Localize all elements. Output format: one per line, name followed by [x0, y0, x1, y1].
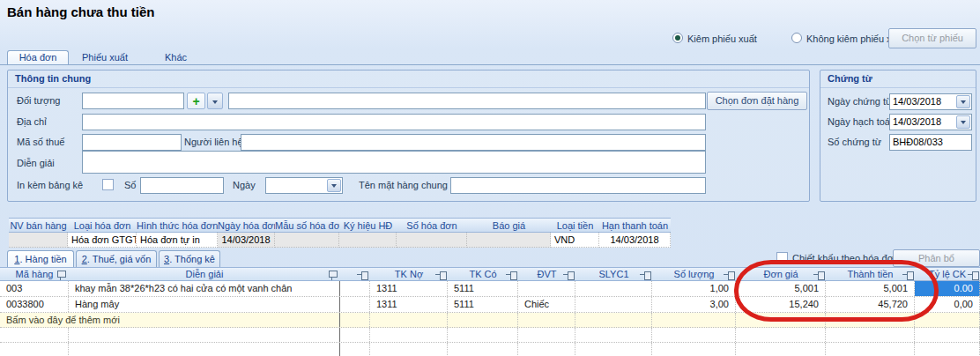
cell-ty-le-ck-selected[interactable]: 0.00 [915, 281, 980, 296]
cell-dien-giai[interactable]: khay mẫn 38*26*h23 có hai cửa có một van… [69, 281, 340, 296]
cell-tk-no[interactable]: 1311 [370, 297, 448, 312]
col-header-ma-hang[interactable]: Mã hàng [0, 268, 69, 280]
cell-empty [736, 343, 826, 356]
description-input[interactable] [82, 151, 706, 174]
band-cell-loai-hoa-don[interactable]: Hóa đơn GTGT [68, 233, 137, 248]
tab-thong-ke[interactable]: 3. Thống kê [159, 250, 220, 267]
pin-icon[interactable] [640, 271, 650, 279]
cell-tk-co[interactable]: 5111 [448, 297, 518, 312]
cell-ma-hang[interactable]: 0033800 [0, 297, 69, 312]
chevron-down-icon[interactable] [327, 179, 341, 192]
cell-thanh-tien[interactable]: 5,001 [826, 281, 915, 296]
discount-per-invoice-checkbox[interactable] [776, 252, 788, 263]
band-cell-han-thanh-toan[interactable]: 14/03/2018 [599, 233, 671, 248]
cell-thanh-tien[interactable]: 45,720 [826, 297, 915, 312]
pin-icon[interactable] [435, 271, 446, 279]
band-cell-loai-tien[interactable]: VND [551, 233, 599, 248]
pin-icon[interactable] [968, 271, 978, 279]
customer-dropdown-button[interactable] [207, 93, 223, 109]
cell-dien-giai[interactable]: Hàng mây [69, 297, 340, 312]
col-header-slyc1[interactable]: SLYC1 [575, 268, 652, 280]
pin-icon[interactable] [327, 271, 338, 279]
tab-hoa-don[interactable]: Hóa đơn [7, 50, 69, 65]
cell-tk-co[interactable]: 5111 [448, 281, 518, 296]
col-header-thanh-tien[interactable]: Thành tiền [826, 268, 915, 280]
cell-ty-le-ck[interactable]: 0,00 [915, 297, 980, 312]
address-input[interactable] [82, 114, 706, 130]
cell-spacer[interactable] [340, 297, 370, 312]
tab-thue-gia-von[interactable]: 2. Thuế, giá vốn [76, 250, 157, 267]
tab-hang-tien[interactable]: 1. Hàng tiền [7, 250, 74, 267]
tax-code-input[interactable] [82, 134, 182, 151]
customer-code-input[interactable] [82, 93, 184, 109]
pick-order-button[interactable]: Chọn đơn đặt hàng [707, 92, 807, 110]
cell-slyc1[interactable] [575, 281, 652, 296]
radio-khong-kiem-phieu-xuat[interactable] [791, 33, 802, 43]
list-number-input[interactable] [140, 177, 224, 194]
cell-empty [915, 313, 980, 327]
add-customer-button[interactable]: + [187, 93, 205, 109]
cell-so-luong[interactable]: 3,00 [652, 297, 736, 312]
add-new-row-label[interactable]: Bấm vào đây để thêm mới [0, 313, 340, 327]
cell-don-gia[interactable]: 15,240 [736, 297, 826, 312]
col-header-dien-giai[interactable]: Diễn giải [69, 268, 340, 280]
doc-date-value: 14/03/2018 [893, 96, 941, 107]
col-header-spacer[interactable] [340, 268, 370, 280]
pin-icon[interactable] [357, 271, 368, 279]
pin-icon[interactable] [813, 271, 824, 279]
band-cell-ngay-hoa-don[interactable]: 14/03/2018 [218, 233, 275, 248]
cell-don-gia[interactable]: 5,001 [736, 281, 826, 296]
attach-list-checkbox[interactable] [102, 179, 114, 190]
posting-date-combo[interactable]: 14/03/2018 [889, 114, 972, 130]
pin-icon[interactable] [563, 271, 574, 279]
cell-dvt[interactable] [518, 281, 575, 296]
pin-icon[interactable] [506, 271, 516, 279]
band-cell-mau-so-hoa-don[interactable] [275, 233, 339, 248]
cell-empty [575, 328, 652, 342]
pin-icon[interactable] [724, 271, 734, 279]
col-header-dvt[interactable]: ĐVT [518, 268, 575, 280]
pin-icon[interactable] [902, 271, 913, 279]
chevron-down-icon[interactable] [956, 115, 970, 129]
band-col-header: Hình thức hóa đơn [137, 218, 218, 233]
cell-spacer[interactable] [340, 281, 370, 296]
tab-khac[interactable]: Khác [165, 52, 187, 63]
band-cell-bao-gia[interactable] [467, 233, 551, 248]
contact-input[interactable] [241, 134, 706, 151]
col-header-tk-no[interactable]: TK Nợ [370, 268, 448, 280]
band-cell-ky-hieu-hd[interactable] [339, 233, 397, 248]
cell-empty [340, 328, 370, 342]
band-cell-nv-ban-hang[interactable] [9, 233, 68, 248]
date-label: Ngày [233, 180, 256, 190]
doc-date-combo[interactable]: 14/03/2018 [889, 93, 972, 110]
band-cell-hinh-thuc-hoa-don[interactable]: Hóa đơn tự in [137, 233, 218, 248]
cell-tk-no[interactable]: 1311 [370, 281, 448, 296]
doc-no-input[interactable]: BHĐ08/033 [889, 134, 972, 151]
col-header-ty-le-ck[interactable]: Tỷ lệ CK [915, 268, 980, 280]
radio-kiem-phieu-xuat-label[interactable]: Kiêm phiếu xuất [687, 33, 757, 44]
cell-so-luong[interactable]: 1,00 [652, 281, 736, 296]
band-cell-so-hoa-don[interactable] [397, 233, 467, 248]
tab-phieu-xuat[interactable]: Phiếu xuất [82, 52, 128, 63]
col-header-so-luong[interactable]: Số lượng [652, 268, 736, 280]
radio-kiem-phieu-xuat[interactable] [672, 33, 683, 43]
list-date-combo[interactable] [265, 177, 343, 194]
pin-icon[interactable] [56, 271, 66, 279]
pick-from-delivery-button[interactable]: Chọn từ phiếu xuất... [888, 28, 976, 48]
discount-per-invoice-label[interactable]: Chiết khấu theo hóa đơn [792, 253, 899, 263]
general-info-title: Thông tin chung [15, 73, 91, 84]
cell-dvt[interactable]: Chiếc [518, 297, 575, 312]
col-header-tk-co[interactable]: TK Có [448, 268, 518, 280]
cell-empty [652, 328, 736, 342]
chevron-down-icon[interactable] [956, 95, 970, 108]
items-table-header: Mã hàng Diễn giải TK Nợ TK Có ĐVT SLYC1 … [0, 267, 980, 281]
common-item-input[interactable] [450, 177, 706, 194]
customer-name-input[interactable] [228, 93, 706, 109]
add-new-row[interactable]: Bấm vào đây để thêm mới [0, 313, 980, 328]
cell-empty [370, 343, 448, 356]
cell-ma-hang[interactable]: 003 [0, 281, 69, 296]
sales-invoice-window: Bán hàng chưa thu tiền Kiêm phiếu xuất K… [0, 0, 980, 356]
cell-slyc1[interactable] [575, 297, 652, 312]
allocate-button[interactable]: Phân bổ [893, 249, 980, 267]
col-header-don-gia[interactable]: Đơn giá [736, 268, 826, 280]
